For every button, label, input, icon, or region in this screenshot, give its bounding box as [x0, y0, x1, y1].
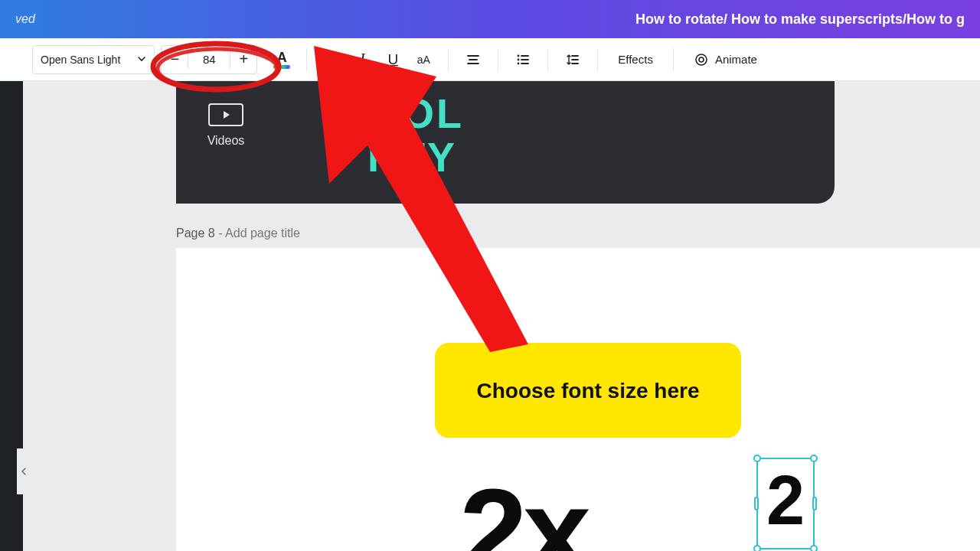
divider	[547, 48, 548, 71]
svg-point-3	[696, 54, 707, 65]
list-button[interactable]	[508, 44, 538, 75]
svg-point-0	[518, 54, 520, 57]
sidebar-item-videos[interactable]: Videos	[188, 103, 264, 148]
divider	[673, 48, 674, 71]
svg-point-2	[518, 62, 520, 64]
save-status: ved	[15, 12, 35, 26]
font-family-label: Open Sans Light	[41, 54, 120, 66]
document-title: How to rotate/ How to make superscripts/…	[635, 11, 965, 28]
svg-point-1	[518, 58, 520, 60]
list-icon	[515, 52, 531, 67]
italic-button[interactable]: I	[347, 44, 377, 75]
align-center-icon	[466, 52, 481, 67]
resize-handle[interactable]	[810, 455, 818, 462]
font-size-group: − 84 +	[161, 45, 257, 74]
preview-strip	[176, 81, 835, 204]
spacing-icon	[565, 52, 580, 67]
page-label[interactable]: Page 8 - Add page title	[176, 227, 300, 240]
bold-button[interactable]: B	[316, 44, 347, 75]
text-toolbar: Open Sans Light − 84 + A B I U aA	[0, 38, 980, 81]
resize-handle[interactable]	[754, 497, 759, 510]
resize-handle[interactable]	[812, 497, 817, 510]
app-header: ved How to rotate/ How to make superscri…	[0, 0, 980, 38]
font-color-icon: A	[273, 51, 290, 69]
canvas-text-main[interactable]: 2x	[459, 471, 586, 551]
font-size-input[interactable]: 84	[188, 53, 230, 66]
divider	[498, 48, 498, 71]
underline-button[interactable]: U	[377, 44, 408, 75]
chevron-down-icon	[137, 54, 146, 66]
animate-icon	[694, 52, 709, 67]
template-preview-text: OOL RTY	[368, 92, 464, 178]
annotation-callout: Choose font size here	[435, 343, 741, 438]
divider	[448, 48, 449, 71]
left-rail	[0, 81, 23, 551]
svg-point-4	[699, 57, 704, 62]
chevron-left-icon	[21, 468, 27, 475]
divider	[597, 48, 598, 71]
font-family-select[interactable]: Open Sans Light	[32, 45, 155, 74]
canvas-text-superscript[interactable]: 2	[758, 459, 813, 542]
resize-handle[interactable]	[753, 545, 761, 551]
text-case-button[interactable]: aA	[408, 44, 439, 75]
resize-handle[interactable]	[810, 545, 818, 551]
divider	[306, 48, 307, 71]
font-size-decrease[interactable]: −	[162, 46, 188, 73]
video-icon	[208, 103, 243, 126]
collapse-panel-button[interactable]	[17, 448, 31, 494]
selected-text-box[interactable]: 2	[756, 458, 815, 549]
text-align-button[interactable]	[458, 44, 488, 75]
sidebar-item-label: Videos	[207, 134, 245, 148]
animate-button[interactable]: Animate	[683, 44, 768, 75]
effects-button[interactable]: Effects	[607, 44, 664, 75]
font-color-button[interactable]: A	[266, 44, 297, 75]
spacing-button[interactable]	[557, 44, 588, 75]
resize-handle[interactable]	[753, 455, 761, 462]
font-size-increase[interactable]: +	[230, 46, 256, 73]
